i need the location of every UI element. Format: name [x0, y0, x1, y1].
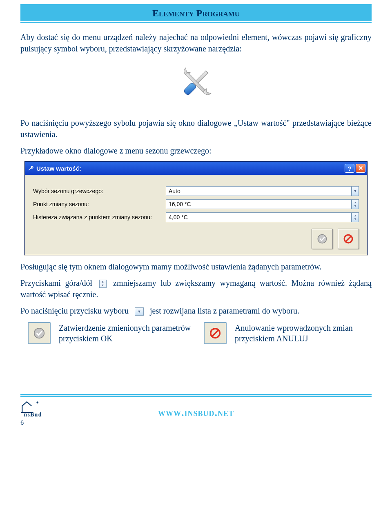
ok-button: [28, 322, 51, 344]
tools-icon: [20, 62, 372, 105]
paragraph: Po naciśnięciu powyższego sybolu pojawia…: [20, 117, 372, 140]
season-dropdown[interactable]: Auto: [166, 186, 352, 196]
paragraph: Po naciśnięciu przycisku wyboru ▼ jest r…: [20, 305, 372, 316]
text: jest rozwijana lista z parametrami do wy…: [150, 306, 299, 315]
cancel-button[interactable]: [338, 229, 359, 249]
svg-point-6: [34, 328, 44, 338]
paragraph: Przykładowe okno dialogowe z menu sezonu…: [20, 145, 372, 156]
field-label: Punkt zmiany sezonu:: [33, 201, 166, 207]
wrench-icon: [27, 165, 34, 171]
cancel-icon: [209, 327, 221, 339]
svg-text:nsBud: nsBud: [24, 412, 42, 417]
svg-line-8: [212, 330, 218, 336]
dialog-row: Wybór sezonu grzewczego: Auto ▼: [33, 186, 359, 196]
hysteresis-input[interactable]: 4,00 °C: [166, 212, 352, 222]
footer: nsBud 6 www.insbud.net: [20, 398, 372, 426]
dialog-title: Ustaw wartość:: [36, 165, 81, 172]
legend-text: Anulowanie wprowadzonych zmian przyciski…: [235, 323, 372, 344]
spinner-icon: ▲▼: [99, 280, 107, 288]
spinner-icon[interactable]: ▲▼: [352, 199, 359, 209]
dialog-window: Ustaw wartość: ? ✕ Wybór sezonu grzewcze…: [24, 161, 368, 255]
footer-url: www.insbud.net: [65, 407, 327, 419]
chevron-down-icon: ▼: [135, 307, 144, 316]
close-button[interactable]: ✕: [356, 164, 365, 173]
check-icon: [317, 234, 327, 244]
logo: nsBud 6: [20, 399, 65, 426]
help-button[interactable]: ?: [345, 164, 354, 173]
spinner-icon[interactable]: ▲▼: [352, 212, 359, 222]
page-number: 6: [20, 419, 37, 426]
paragraph: Aby dostać się do menu urządzeń należy n…: [20, 31, 372, 54]
chevron-down-icon[interactable]: ▼: [352, 186, 359, 196]
field-label: Histereza związana z punktem zmiany sezo…: [33, 214, 166, 220]
text: Po naciśnięciu przycisku wyboru: [20, 306, 129, 315]
svg-point-3: [318, 234, 326, 243]
field-label: Wybór sezonu grzewczego:: [33, 188, 166, 194]
dialog-row: Histereza związana z punktem zmiany sezo…: [33, 212, 359, 222]
svg-line-5: [346, 236, 351, 242]
paragraph: Przyciskami góra/dół ▲▼ zmniejszamy lub …: [20, 277, 372, 300]
text: Przyciskami góra/dół: [20, 278, 92, 287]
cancel-button: [204, 322, 227, 344]
legend-text: Zatwierdzenie zmienionych parametrów prz…: [59, 323, 196, 344]
paragraph: Posługując się tym oknem dialogowym mamy…: [20, 261, 372, 272]
section-title: Elementy Programu: [20, 4, 372, 21]
legend-item: Zatwierdzenie zmienionych parametrów prz…: [28, 322, 372, 344]
rule: [20, 396, 372, 397]
dialog-row: Punkt zmiany sezonu: 16,00 °C ▲▼: [33, 199, 359, 209]
season-change-point-input[interactable]: 16,00 °C: [166, 199, 352, 209]
rule: [20, 394, 372, 395]
ok-button[interactable]: [312, 229, 333, 249]
rule: [20, 22, 372, 23]
titlebar: Ustaw wartość: ? ✕: [25, 162, 367, 175]
cancel-icon: [343, 234, 354, 244]
check-icon: [33, 327, 45, 339]
